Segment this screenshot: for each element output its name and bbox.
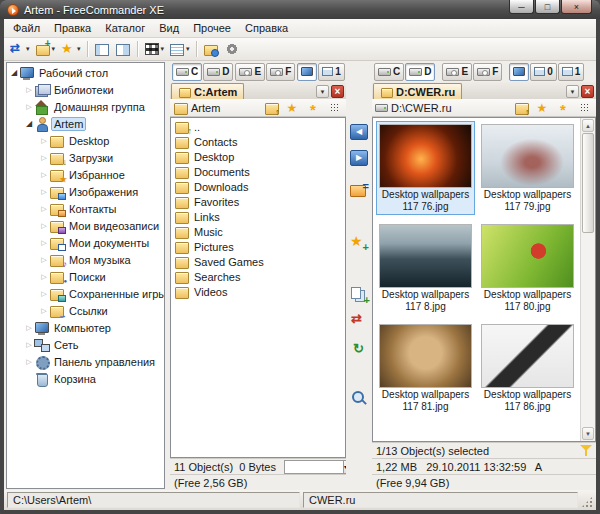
maximize-button[interactable]: □ (535, 0, 560, 14)
scroll-track[interactable] (581, 233, 595, 426)
file-item-9[interactable]: Pictures (171, 239, 345, 254)
menu-item-6[interactable]: Справка (238, 20, 295, 36)
expand-icon[interactable]: ▷ (39, 132, 49, 149)
copy-files-button[interactable] (347, 283, 371, 305)
expand-icon[interactable]: ▷ (24, 336, 34, 353)
tree-item-7[interactable]: ▷Избранное (7, 166, 164, 183)
minimize-button[interactable]: ─ (509, 0, 534, 14)
drive-button-c[interactable]: C (172, 63, 202, 81)
copy-to-right-button[interactable] (347, 147, 371, 169)
tree-item-18[interactable]: ▷Панель управления (7, 353, 164, 370)
quick-actions-button[interactable]: * (304, 100, 322, 115)
tree-item-15[interactable]: ▷Ссылки (7, 302, 164, 319)
tree-item-9[interactable]: ▷Контакты (7, 200, 164, 217)
tree-item-17[interactable]: ▷Сеть (7, 336, 164, 353)
tree-item-6[interactable]: ▷Загрузки (7, 149, 164, 166)
drive-button-f[interactable]: F (266, 63, 295, 81)
file-item-3[interactable]: Desktop (171, 149, 345, 164)
expand-icon[interactable]: ▷ (39, 285, 49, 302)
folder-sync-button[interactable] (201, 39, 221, 59)
file-item-5[interactable]: Downloads (171, 179, 345, 194)
tree-item-4[interactable]: ◢Artem (7, 115, 164, 132)
menu-item-5[interactable]: Прочее (186, 20, 238, 36)
drive-button-monitor[interactable] (297, 63, 317, 81)
expand-icon[interactable]: ▷ (39, 149, 49, 166)
scroll-thumb[interactable] (582, 133, 594, 233)
view-layout-button[interactable]: ▾ (167, 39, 192, 59)
tree-item-8[interactable]: ▷Изображения (7, 183, 164, 200)
file-item-11[interactable]: Searches (171, 269, 345, 284)
copy-to-left-button[interactable] (347, 121, 371, 143)
drive-button-e[interactable]: E (235, 63, 265, 81)
scroll-down-button[interactable]: ▼ (582, 427, 594, 440)
tree-item-14[interactable]: ▷Сохраненные игры (7, 285, 164, 302)
thumbnail-item-5[interactable]: Desktop wallpapers117 81.jpg (376, 321, 475, 415)
expand-icon[interactable]: ▷ (24, 319, 34, 336)
refresh-button[interactable] (347, 339, 371, 361)
thumbnail-item-3[interactable]: Desktop wallpapers117 8.jpg (376, 221, 475, 315)
thumbnail-item-4[interactable]: Desktop wallpapers117 80.jpg (478, 221, 577, 315)
drive-button-f[interactable]: F (473, 63, 502, 81)
tree-item-2[interactable]: ▷Библиотеки (7, 81, 164, 98)
add-favorite-button[interactable]: ★ (283, 100, 301, 115)
drive-button-e[interactable]: E (442, 63, 472, 81)
thumbnail-item-2[interactable]: Desktop wallpapers117 79.jpg (478, 121, 577, 215)
tree-item-5[interactable]: ▷Desktop (7, 132, 164, 149)
tab-d-cwer[interactable]: D:CWER.ru (373, 83, 462, 99)
expand-icon[interactable]: ▷ (24, 353, 34, 370)
expand-icon[interactable]: ▷ (39, 217, 49, 234)
add-favorite-button[interactable] (347, 231, 371, 253)
parent-folder-button[interactable] (512, 100, 530, 115)
file-item-2[interactable]: Contacts (171, 134, 345, 149)
filter-input[interactable] (284, 460, 344, 474)
drive-button-monitor[interactable] (509, 63, 529, 81)
tab-close-button[interactable]: × (331, 85, 344, 98)
swap-panels-button[interactable]: ▾ (7, 39, 32, 59)
collapse-icon[interactable]: ◢ (24, 115, 34, 132)
tree-item-10[interactable]: ▷Мои видеозаписи (7, 217, 164, 234)
parent-folder-button[interactable] (262, 100, 280, 115)
tree-item-1[interactable]: ◢Рабочий стол (7, 64, 164, 81)
search-button[interactable] (347, 387, 371, 409)
tree-item-12[interactable]: ▷Моя музыка (7, 251, 164, 268)
drive-button-1[interactable]: 1 (558, 63, 585, 81)
tab-close-button[interactable]: × (581, 85, 594, 98)
expand-icon[interactable]: ▷ (39, 166, 49, 183)
panel-menu-button[interactable] (575, 100, 593, 115)
tree-item-19[interactable]: Корзина (7, 370, 164, 387)
new-folder-button[interactable]: ▾ (33, 39, 58, 59)
file-item-12[interactable]: Videos (171, 284, 345, 299)
menu-item-2[interactable]: Правка (47, 20, 98, 36)
tab-list-button[interactable]: ▼ (316, 85, 329, 98)
expand-icon[interactable]: ▷ (39, 302, 49, 319)
file-item-6[interactable]: Favorites (171, 194, 345, 209)
drive-button-0[interactable]: 0 (530, 63, 557, 81)
file-item-4[interactable]: Documents (171, 164, 345, 179)
expand-icon[interactable]: ▷ (39, 183, 49, 200)
drive-button-1[interactable]: 1 (318, 63, 345, 81)
tree-item-3[interactable]: ▷Домашняя группа (7, 98, 164, 115)
tree-view-button[interactable] (92, 39, 112, 59)
quick-actions-button[interactable]: * (554, 100, 572, 115)
add-favorite-button[interactable]: ★ (533, 100, 551, 115)
tab-list-button[interactable]: ▼ (566, 85, 579, 98)
expand-icon[interactable]: ▷ (39, 268, 49, 285)
expand-icon[interactable]: ▷ (24, 98, 34, 115)
file-item-1[interactable]: .. (171, 119, 345, 134)
file-item-10[interactable]: Saved Games (171, 254, 345, 269)
menu-item-3[interactable]: Каталог (98, 20, 152, 36)
drive-button-d[interactable]: D (405, 63, 435, 81)
drive-button-d[interactable]: D (203, 63, 233, 81)
thumbnail-scrollbar[interactable]: ▲ ▼ (580, 118, 595, 441)
tree-item-11[interactable]: ▷Мои документы (7, 234, 164, 251)
thumbnail-item-1[interactable]: Desktop wallpapers117 76.jpg (376, 121, 475, 215)
scroll-up-button[interactable]: ▲ (582, 119, 594, 132)
file-item-8[interactable]: Music (171, 224, 345, 239)
favorites-button[interactable]: ▾ (58, 39, 83, 59)
menu-item-4[interactable]: Вид (152, 20, 186, 36)
move-files-button[interactable] (347, 309, 371, 331)
expand-icon[interactable]: ▷ (39, 234, 49, 251)
close-button[interactable]: × (561, 0, 592, 14)
tree-item-16[interactable]: ▷Компьютер (7, 319, 164, 336)
drive-button-c[interactable]: C (374, 63, 404, 81)
